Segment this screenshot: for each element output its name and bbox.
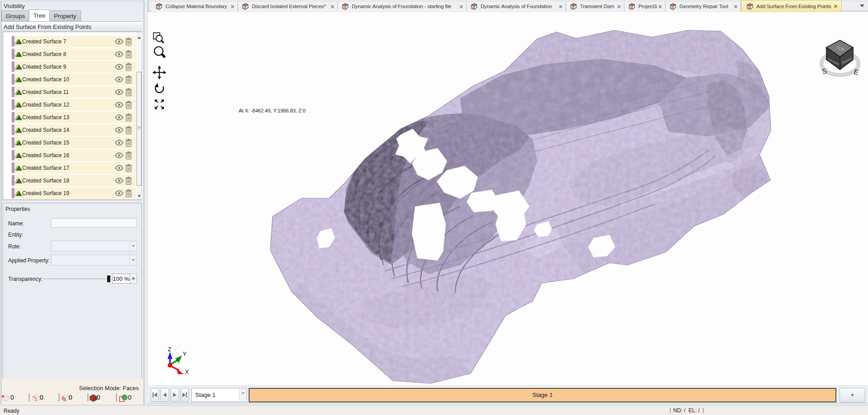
svg-text:Y: Y (183, 350, 187, 357)
svg-text:Z: Z (168, 346, 171, 353)
svg-text:S: S (821, 67, 827, 75)
svg-text:X: X (185, 368, 189, 375)
